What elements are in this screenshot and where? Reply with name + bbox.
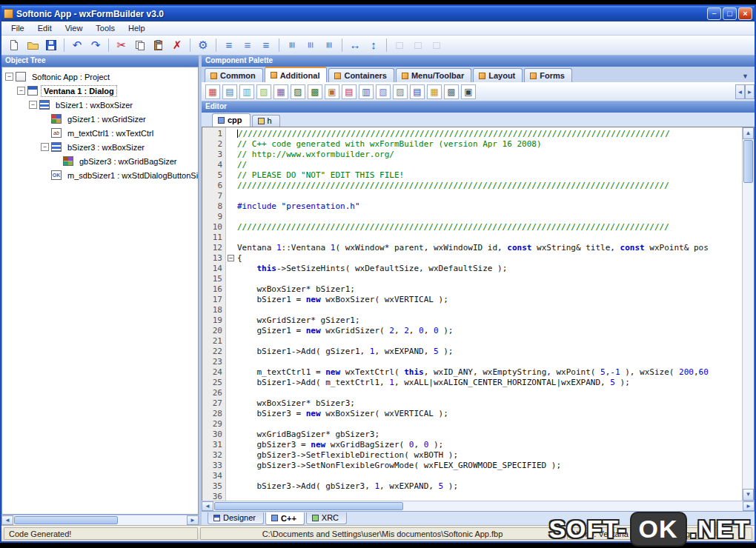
grid-ctrl-icon[interactable]: ▦ xyxy=(273,84,288,99)
tree-node-label[interactable]: bSizer1 : wxBoxSizer xyxy=(53,99,136,111)
code-line[interactable]: bSizer1 = new wxBoxSizer( wxVERTICAL ); xyxy=(237,295,742,305)
richtext-ctrl-icon[interactable]: ▧ xyxy=(256,84,271,99)
palette-dropdown-button[interactable]: ▼ xyxy=(737,70,753,82)
delete-icon[interactable]: ✗ xyxy=(169,37,185,53)
tree-ctrl-icon[interactable]: ▩ xyxy=(308,84,322,99)
tree-node-label[interactable]: gbSizer3 : wxGridBagSizer xyxy=(76,156,179,167)
tree-row[interactable]: −Ventana 1 : Dialog xyxy=(2,84,198,98)
search-ctrl-icon[interactable]: ▤ xyxy=(342,84,357,99)
code-line[interactable]: gbSizer3->SetNonFlexibleGrowMode( wxFLEX… xyxy=(237,461,742,471)
open-project-icon[interactable] xyxy=(24,37,41,53)
code-line[interactable]: // xyxy=(237,160,742,170)
collapse-icon[interactable]: − xyxy=(41,143,49,151)
code-line[interactable]: wxGridSizer* gSizer1; xyxy=(237,315,742,326)
vscroll-thumb[interactable] xyxy=(743,140,753,183)
align-right-icon[interactable]: ≡ xyxy=(258,37,274,53)
code-line[interactable]: wxGridBagSizer* gbSizer3; xyxy=(237,430,742,440)
palette-scroll-right-button[interactable]: ► xyxy=(745,84,755,99)
code-line[interactable] xyxy=(237,388,742,398)
tree-row[interactable]: abm_textCtrl1 : wxTextCtrl xyxy=(2,126,198,140)
code-line[interactable]: gSizer1 = new wxGridSizer( 2, 2, 0, 0 ); xyxy=(237,326,742,336)
new-project-icon[interactable] xyxy=(6,37,22,53)
collapse-icon[interactable]: − xyxy=(5,73,13,81)
palette-tab-layout[interactable]: Layout xyxy=(473,68,523,82)
toggle-button-icon[interactable]: ▣ xyxy=(325,84,339,99)
editor-tab-cpp[interactable]: cpp xyxy=(212,113,251,127)
expand-icon[interactable]: ↔ xyxy=(347,37,363,53)
code-line[interactable]: m_textCtrl1 = new wxTextCtrl( this, wxID… xyxy=(237,367,742,378)
view-tab-xrc[interactable]: XRC xyxy=(306,512,347,524)
scroll-bar-icon[interactable]: ▨ xyxy=(393,84,408,99)
code-line[interactable]: ////////////////////////////////////////… xyxy=(237,181,742,191)
code-line[interactable]: bSizer3->Add( gbSizer3, 1, wxEXPAND, 5 )… xyxy=(237,481,742,492)
close-button[interactable]: × xyxy=(738,7,752,20)
tree-node-label[interactable]: bSizer3 : wxBoxSizer xyxy=(64,141,147,153)
code-line[interactable]: // http://www.wxformbuilder.org/ xyxy=(237,150,742,160)
code-line[interactable]: wxBoxSizer* bSizer1; xyxy=(237,284,742,295)
fold-collapse-icon[interactable]: − xyxy=(228,255,234,261)
code-text-area[interactable]: ////////////////////////////////////////… xyxy=(236,127,742,501)
align-top-icon[interactable]: ≡ xyxy=(284,37,300,53)
code-line[interactable]: { xyxy=(237,253,742,264)
palette-scroll-left-button[interactable]: ◄ xyxy=(735,84,745,99)
code-line[interactable] xyxy=(237,212,742,222)
hscroll-thumb[interactable] xyxy=(214,502,403,510)
tree-row[interactable]: −Softonic App : Project xyxy=(2,70,198,84)
hscroll-thumb[interactable] xyxy=(14,516,118,524)
code-line[interactable] xyxy=(237,305,742,315)
custom-control-icon[interactable]: ▣ xyxy=(461,84,476,99)
tree-node-label[interactable]: m_sdbSizer1 : wxStdDialogButtonSizer xyxy=(64,170,199,181)
code-line[interactable] xyxy=(237,492,742,501)
maximize-button[interactable]: □ xyxy=(723,7,737,20)
view-tab-c[interactable]: C++ xyxy=(265,512,305,525)
scroll-up-arrow-icon[interactable]: ▲ xyxy=(743,127,754,139)
tree-row[interactable]: gSizer1 : wxGridSizer xyxy=(2,112,198,126)
code-line[interactable]: ////////////////////////////////////////… xyxy=(237,129,742,139)
code-line[interactable]: ////////////////////////////////////////… xyxy=(237,222,742,233)
align-left-icon[interactable]: ≡ xyxy=(221,37,237,53)
code-line[interactable]: #include "presentation.h" xyxy=(237,201,742,212)
code-line[interactable]: wxBoxSizer* bSizer3; xyxy=(237,398,742,409)
code-line[interactable] xyxy=(237,419,742,430)
code-line[interactable]: bSizer1->Add( gSizer1, 1, wxEXPAND, 5 ); xyxy=(237,347,742,357)
palette-tab-forms[interactable]: Forms xyxy=(524,68,572,82)
hyperlink-ctrl-icon[interactable]: ▤ xyxy=(410,84,425,99)
editor-hscrollbar[interactable]: ◄ ► xyxy=(202,501,755,511)
scroll-left-arrow-icon[interactable]: ◄ xyxy=(202,501,213,511)
spin-ctrl-icon[interactable]: ▥ xyxy=(359,84,374,99)
palette-tab-additional[interactable]: Additional xyxy=(265,67,328,82)
tree-row[interactable]: gbSizer3 : wxGridBagSizer xyxy=(2,154,198,168)
code-line[interactable] xyxy=(237,471,742,481)
code-line[interactable]: gbSizer3->SetFlexibleDirection( wxBOTH )… xyxy=(237,450,742,461)
code-line[interactable]: // PLEASE DO "NOT" EDIT THIS FILE! xyxy=(237,170,742,181)
object-tree-hscrollbar[interactable]: ◄ ► xyxy=(1,515,199,525)
tree-row[interactable]: OKm_sdbSizer1 : wxStdDialogButtonSizer xyxy=(2,168,198,182)
tree-node-label[interactable]: m_textCtrl1 : wxTextCtrl xyxy=(64,127,156,139)
tree-node-label[interactable]: gSizer1 : wxGridSizer xyxy=(64,113,149,125)
palette-tab-menu-toolbar[interactable]: Menu/Toolbar xyxy=(396,68,471,82)
save-project-icon[interactable] xyxy=(43,37,59,53)
collapse-icon[interactable]: − xyxy=(29,101,37,109)
tree-node-label[interactable]: Ventana 1 : Dialog xyxy=(41,85,117,97)
tree-row[interactable]: −bSizer1 : wxBoxSizer xyxy=(2,98,198,112)
checklist-box-icon[interactable]: ▩ xyxy=(444,84,459,99)
collapse-icon[interactable]: − xyxy=(17,87,25,95)
copy-icon[interactable] xyxy=(132,37,148,53)
paste-icon[interactable] xyxy=(150,37,167,53)
align-middle-icon[interactable]: ≡ xyxy=(302,37,319,53)
code-line[interactable] xyxy=(237,336,742,347)
palette-tab-containers[interactable]: Containers xyxy=(328,68,394,82)
minimize-button[interactable]: − xyxy=(707,7,721,20)
code-line[interactable]: // C++ code generated with wxFormBuilder… xyxy=(237,139,742,150)
editor-vscrollbar[interactable]: ▲ ▼ xyxy=(742,127,754,501)
palette-tab-common[interactable]: Common xyxy=(205,68,263,82)
spin-button-icon[interactable]: ▧ xyxy=(376,84,391,99)
code-line[interactable]: gbSizer3 = new wxGridBagSizer( 0, 0 ); xyxy=(237,440,742,450)
calendar-ctrl-icon[interactable]: ▦ xyxy=(205,84,220,99)
code-line[interactable]: bSizer3 = new wxBoxSizer( wxVERTICAL ); xyxy=(237,409,742,419)
stretch-icon[interactable]: ↕ xyxy=(365,37,382,53)
scroll-left-arrow-icon[interactable]: ◄ xyxy=(1,515,13,525)
code-line[interactable] xyxy=(237,191,742,201)
menu-view[interactable]: View xyxy=(59,22,90,34)
scroll-right-arrow-icon[interactable]: ► xyxy=(743,501,755,511)
